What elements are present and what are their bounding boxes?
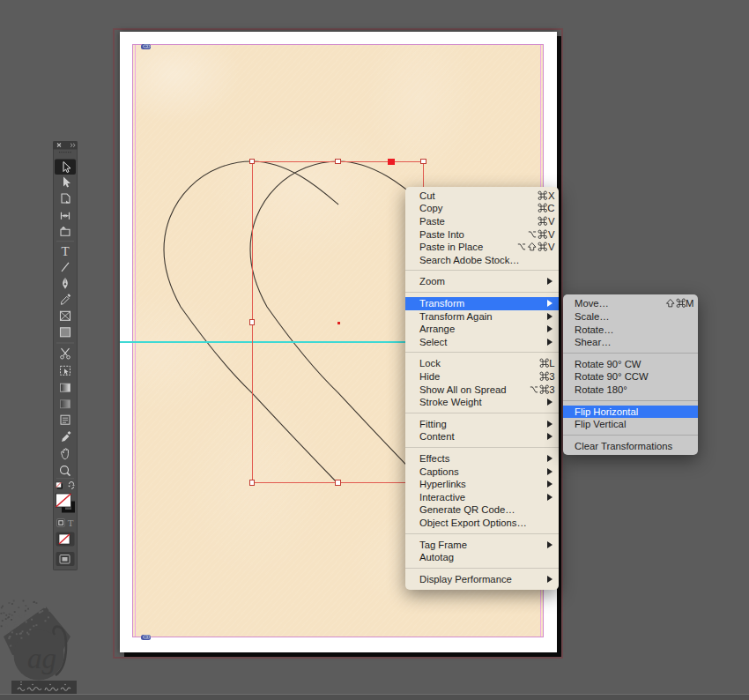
svg-text:T: T	[68, 518, 74, 528]
svg-text:T: T	[61, 243, 69, 257]
svg-text:ag: ag	[27, 643, 56, 674]
